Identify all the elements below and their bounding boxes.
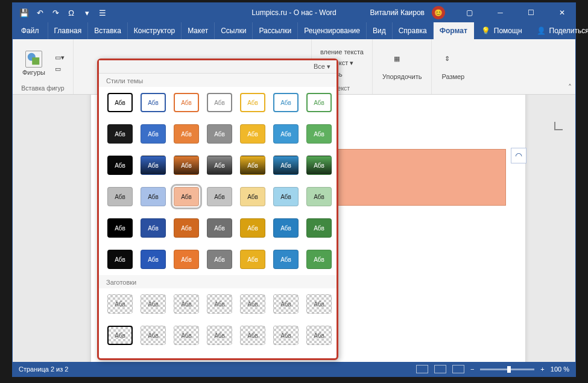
style-swatch[interactable]: Абв xyxy=(273,124,299,144)
style-swatch[interactable]: Абв xyxy=(107,156,133,175)
arrange-button[interactable]: ▦ Упорядочить xyxy=(379,52,425,83)
share-button[interactable]: 👤Поделиться xyxy=(530,22,588,39)
user-name[interactable]: Виталий Каиров xyxy=(370,8,425,17)
zoom-in-button[interactable]: + xyxy=(540,366,544,373)
preset-swatch[interactable]: Абв xyxy=(240,294,265,314)
style-swatch[interactable]: Абв xyxy=(107,218,133,238)
style-swatch[interactable]: Абв xyxy=(107,187,133,206)
read-mode-icon[interactable] xyxy=(416,365,428,373)
text-box-icon[interactable]: ▭ xyxy=(52,64,67,74)
preset-swatch[interactable]: Абв xyxy=(306,294,332,314)
tab-view[interactable]: Вид xyxy=(367,22,393,39)
style-swatch[interactable]: Абв xyxy=(240,93,265,112)
style-swatch[interactable]: Абв xyxy=(207,124,232,144)
style-swatch[interactable]: Абв xyxy=(207,218,232,238)
style-swatch[interactable]: Абв xyxy=(240,250,265,269)
preset-swatch[interactable]: Абв xyxy=(273,326,299,345)
style-swatch[interactable]: Абв xyxy=(306,218,332,238)
collapse-ribbon-icon[interactable]: ˄ xyxy=(568,83,572,92)
style-swatch[interactable]: Абв xyxy=(306,124,332,144)
style-swatch[interactable]: Абв xyxy=(207,187,232,206)
style-swatch[interactable]: Абв xyxy=(306,250,332,269)
tab-review[interactable]: Рецензирование xyxy=(298,22,367,39)
text-direction[interactable]: вление текста xyxy=(318,47,366,57)
tell-me[interactable]: 💡Помощн xyxy=(474,22,530,39)
preset-swatch[interactable]: Абв xyxy=(107,326,133,345)
page-indicator[interactable]: Страница 2 из 2 xyxy=(19,366,68,373)
style-swatch[interactable]: Абв xyxy=(273,218,299,238)
tab-mailings[interactable]: Рассылки xyxy=(253,22,298,39)
style-swatch[interactable]: Абв xyxy=(240,218,265,238)
ribbon-display-icon[interactable]: ▢ xyxy=(456,3,483,22)
style-swatch[interactable]: Абв xyxy=(174,218,199,238)
web-layout-icon[interactable] xyxy=(452,365,464,373)
style-swatch[interactable]: Абв xyxy=(107,93,133,112)
style-swatch[interactable]: Абв xyxy=(141,124,166,144)
tab-design[interactable]: Конструктор xyxy=(128,22,182,39)
edit-shape-icon[interactable]: ▭▾ xyxy=(52,52,67,63)
style-swatch[interactable]: Абв xyxy=(174,187,199,206)
style-swatch[interactable]: Абв xyxy=(141,93,166,112)
tab-help[interactable]: Справка xyxy=(393,22,434,39)
style-swatch[interactable]: Абв xyxy=(240,156,265,175)
preset-swatch[interactable]: Абв xyxy=(240,326,265,345)
style-swatch[interactable]: Абв xyxy=(207,93,232,112)
preset-swatch[interactable]: Абв xyxy=(174,326,199,345)
omega-icon[interactable]: Ω xyxy=(66,7,77,18)
tab-home[interactable]: Главная xyxy=(48,22,89,39)
style-swatch[interactable]: Абв xyxy=(174,93,199,112)
style-swatch[interactable]: Абв xyxy=(240,187,265,206)
style-swatch[interactable]: Абв xyxy=(207,156,232,175)
style-swatch[interactable]: Абв xyxy=(174,124,199,144)
style-swatch[interactable]: Абв xyxy=(273,93,299,112)
touch-mode-icon[interactable]: ☰ xyxy=(97,7,108,18)
size-button[interactable]: ⇕ Размер xyxy=(438,52,468,83)
shapes-button[interactable]: Фигуры xyxy=(19,48,49,78)
style-swatch[interactable]: Абв xyxy=(273,250,299,269)
preset-swatch[interactable]: Абв xyxy=(174,294,199,314)
preset-swatch[interactable]: Абв xyxy=(207,294,232,314)
style-swatch[interactable]: Абв xyxy=(141,156,166,175)
gallery-filter[interactable]: Все ▾ xyxy=(99,60,337,74)
minimize-button[interactable]: ─ xyxy=(487,3,514,22)
redo-icon[interactable]: ↷ xyxy=(50,7,61,18)
shape-styles-gallery: Все ▾ Стили темы АбвАбвАбвАбвАбвАбвАбв А… xyxy=(97,59,338,360)
preset-swatch[interactable]: Абв xyxy=(273,294,299,314)
style-swatch[interactable]: Абв xyxy=(240,124,265,144)
style-swatch[interactable]: Абв xyxy=(174,156,199,175)
zoom-level[interactable]: 100 % xyxy=(551,366,569,373)
style-swatch[interactable]: Абв xyxy=(107,124,133,144)
avatar[interactable]: 😊 xyxy=(432,6,445,19)
style-swatch[interactable]: Абв xyxy=(107,250,133,269)
style-swatch[interactable]: Абв xyxy=(207,250,232,269)
undo-icon[interactable]: ↶ xyxy=(34,7,45,18)
tab-references[interactable]: Ссылки xyxy=(215,22,253,39)
tab-layout[interactable]: Макет xyxy=(182,22,215,39)
print-layout-icon[interactable] xyxy=(434,365,446,373)
style-swatch[interactable]: Абв xyxy=(141,187,166,206)
qa-dropdown-icon[interactable]: ▾ xyxy=(81,7,92,18)
zoom-slider[interactable] xyxy=(480,369,534,370)
tab-file[interactable]: Файл xyxy=(13,22,48,39)
style-swatch[interactable]: Абв xyxy=(141,250,166,269)
style-swatch[interactable]: Абв xyxy=(306,93,332,112)
tab-format[interactable]: Формат xyxy=(434,22,474,39)
maximize-button[interactable]: ☐ xyxy=(517,3,545,22)
tab-insert[interactable]: Вставка xyxy=(88,22,128,39)
save-icon[interactable]: 💾 xyxy=(19,7,30,18)
style-swatch[interactable]: Абв xyxy=(306,187,332,206)
preset-swatch[interactable]: Абв xyxy=(107,294,133,314)
style-swatch[interactable]: Абв xyxy=(273,156,299,175)
zoom-out-button[interactable]: − xyxy=(470,366,474,373)
style-swatch[interactable]: Абв xyxy=(174,250,199,269)
preset-swatch[interactable]: Абв xyxy=(141,326,166,345)
style-swatch[interactable]: Абв xyxy=(306,156,332,175)
style-swatch[interactable]: Абв xyxy=(141,218,166,238)
close-button[interactable]: ✕ xyxy=(548,3,575,22)
style-swatch[interactable]: Абв xyxy=(273,187,299,206)
shape-edit-stack: ▭▾ ▭ xyxy=(52,52,67,74)
preset-swatch[interactable]: Абв xyxy=(141,294,166,314)
layout-options-button[interactable]: ◠ xyxy=(511,148,526,163)
preset-swatch[interactable]: Абв xyxy=(306,326,332,345)
preset-swatch[interactable]: Абв xyxy=(207,326,232,345)
